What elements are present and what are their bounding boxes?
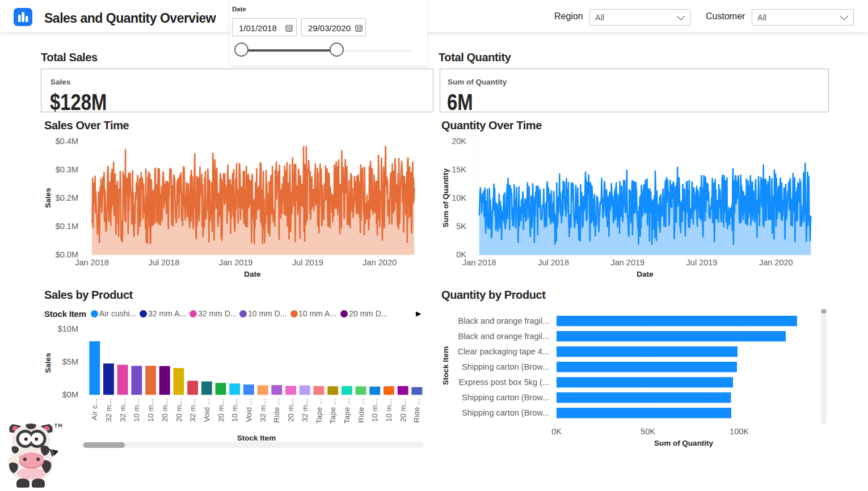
svg-text:Void ...: Void ... <box>245 399 253 422</box>
svg-text:0K: 0K <box>551 427 562 436</box>
svg-text:50K: 50K <box>641 427 655 436</box>
svg-text:$5M: $5M <box>62 357 78 366</box>
svg-text:Ride ...: Ride ... <box>357 399 365 423</box>
svg-text:100K: 100K <box>730 427 749 436</box>
svg-text:Sales: Sales <box>44 353 52 373</box>
svg-text:10 m...: 10 m... <box>230 399 239 422</box>
svg-text:32 m...: 32 m... <box>119 399 127 422</box>
svg-text:Shipping carton (Brow...: Shipping carton (Brow... <box>462 408 549 417</box>
svg-text:Stock Item: Stock Item <box>441 346 450 385</box>
svg-text:Black and orange fragil...: Black and orange fragil... <box>458 316 549 325</box>
svg-text:20 m...: 20 m... <box>286 399 295 422</box>
svg-text:Shipping carton (Brow...: Shipping carton (Brow... <box>462 362 549 371</box>
svg-text:Air c...: Air c... <box>90 399 99 420</box>
svg-text:20 m...: 20 m... <box>217 399 225 422</box>
svg-text:32 m...: 32 m... <box>301 399 309 422</box>
svg-text:$10M: $10M <box>58 324 78 333</box>
svg-text:20 m...: 20 m... <box>399 399 407 422</box>
svg-text:Ride ...: Ride ... <box>272 399 281 423</box>
svg-text:Sum of Quantity: Sum of Quantity <box>654 439 714 447</box>
svg-text:32 m...: 32 m... <box>188 399 197 422</box>
svg-text:Clear packaging tape 4...: Clear packaging tape 4... <box>458 347 549 356</box>
svg-text:32 m...: 32 m... <box>259 399 267 422</box>
svg-text:10 m...: 10 m... <box>146 399 155 422</box>
svg-text:Shipping carton (Brow...: Shipping carton (Brow... <box>462 393 549 402</box>
svg-text:32 m...: 32 m... <box>104 399 113 422</box>
svg-text:Black and orange fragil...: Black and orange fragil... <box>458 332 549 341</box>
svg-text:Tape ...: Tape ... <box>343 399 351 424</box>
svg-text:10 m...: 10 m... <box>370 399 379 422</box>
svg-text:Tape ...: Tape ... <box>315 399 323 424</box>
svg-text:20 m...: 20 m... <box>175 399 183 422</box>
svg-text:Stock Item: Stock Item <box>237 434 276 442</box>
svg-text:Ride ...: Ride ... <box>412 399 421 423</box>
svg-text:Tape ...: Tape ... <box>328 399 337 424</box>
svg-text:10 m...: 10 m... <box>132 399 141 422</box>
svg-text:Express post box 5kg (...: Express post box 5kg (... <box>458 378 549 387</box>
svg-text:10 m...: 10 m... <box>385 399 393 422</box>
svg-text:Void ...: Void ... <box>203 399 211 422</box>
svg-text:20 m...: 20 m... <box>161 399 169 422</box>
svg-text:$0M: $0M <box>62 390 78 399</box>
